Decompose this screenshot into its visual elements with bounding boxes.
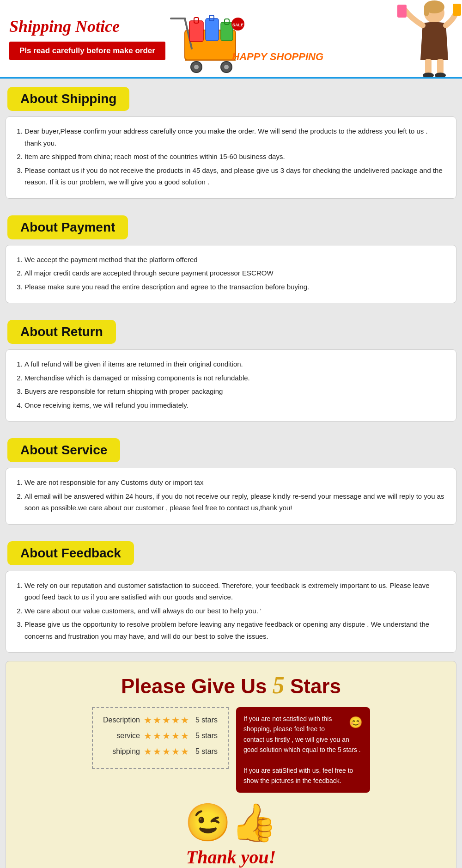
payment-label: About Payment (7, 215, 128, 239)
list-item: All email will be answered within 24 hou… (24, 490, 446, 514)
person-svg (370, 0, 462, 77)
list-item: Dear buyer,Please confirm your address c… (24, 125, 446, 149)
payment-section: About Payment We accept the payment meth… (0, 207, 462, 312)
service-label: About Service (7, 438, 120, 462)
star-icon: ★ (144, 730, 152, 741)
description-count: 5 stars (195, 716, 218, 724)
feedback-section: About Feedback We rely on our reputation… (0, 533, 462, 661)
info-text1: If you are not satisfied with this shopp… (243, 714, 363, 755)
list-item: We accept the payment method that the pl… (24, 254, 446, 266)
return-label: About Return (7, 320, 116, 344)
info-text2: If you are satiSfied with us, feel free … (243, 765, 363, 786)
list-item: Please contact us if you do not receive … (24, 165, 446, 188)
list-item: Once receiving items, we will refund you… (24, 399, 446, 411)
list-item: Please give us the opportunity to resolv… (24, 618, 446, 642)
list-item: We are not responsible for any Customs d… (24, 477, 446, 489)
thankyou-text: Thank you! (15, 846, 447, 868)
service-stars-label: service (103, 732, 140, 740)
list-item: Item are shipped from china; reach most … (24, 151, 446, 163)
service-list: We are not responsible for any Customs d… (16, 477, 446, 514)
stars-five: 5 (273, 672, 285, 698)
list-item: Merchandise which is damaged or missing … (24, 372, 446, 384)
service-content: We are not responsible for any Customs d… (6, 468, 456, 525)
thumbsup-emoji: 😉👍 (15, 801, 447, 844)
svg-text:SALE: SALE (232, 23, 243, 27)
svg-rect-17 (453, 4, 461, 16)
info-box: 😊 If you are not satisfied with this sho… (236, 707, 370, 793)
cart-svg: SALE (166, 5, 245, 74)
header: Shipping Notice Pls read carefully befor… (0, 0, 462, 79)
star-icon: ★ (162, 746, 170, 757)
list-item: Please make sure you read the entire des… (24, 281, 446, 293)
person-illustration (370, 0, 462, 77)
header-left: Shipping Notice Pls read carefully befor… (9, 17, 165, 60)
star-icon: ★ (153, 715, 161, 726)
svg-point-20 (423, 73, 434, 77)
star-icon: ★ (153, 730, 161, 741)
stars-row-description: Description ★ ★ ★ ★ ★ 5 stars (103, 715, 218, 726)
star-icon: ★ (171, 730, 180, 741)
stars-title: Please Give Us 5 Stars (15, 672, 447, 699)
star-icon: ★ (144, 715, 152, 726)
star-icon: ★ (162, 715, 170, 726)
svg-point-3 (194, 65, 199, 69)
shipping-content: Dear buyer,Please confirm your address c… (6, 116, 456, 199)
list-item: We rely on our reputation and customer s… (24, 580, 446, 603)
stars-table: Description ★ ★ ★ ★ ★ 5 stars service ★ … (92, 707, 229, 769)
list-item: All major credit cards are accepted thro… (24, 267, 446, 279)
star-icon: ★ (144, 746, 152, 757)
shipping-label: About Shipping (7, 87, 129, 111)
smiley-icon: 😊 (349, 714, 363, 731)
service-stars: ★ ★ ★ ★ ★ (144, 730, 189, 741)
svg-point-21 (435, 73, 446, 77)
svg-rect-15 (424, 5, 429, 16)
stars-title-part1: Please Give Us (121, 675, 273, 697)
cart-illustration: SALE (166, 5, 245, 74)
page-title: Shipping Notice (9, 17, 165, 36)
list-item: A full refund will be given if items are… (24, 358, 446, 370)
svg-point-4 (224, 65, 229, 69)
stars-row-shipping: shipping ★ ★ ★ ★ ★ 5 stars (103, 746, 218, 757)
return-section: About Return A full refund will be given… (0, 312, 462, 430)
thankyou-area: 😉👍 Thank you! (15, 801, 447, 868)
shipping-list: Dear buyer,Please confirm your address c… (16, 125, 446, 188)
service-section: About Service We are not responsible for… (0, 430, 462, 533)
list-item: We care about our value customers, and w… (24, 605, 446, 617)
svg-rect-5 (189, 21, 203, 42)
star-icon: ★ (162, 730, 170, 741)
stars-row-service: service ★ ★ ★ ★ ★ 5 stars (103, 730, 218, 741)
feedback-label: About Feedback (7, 541, 134, 565)
return-content: A full refund will be given if items are… (6, 349, 456, 422)
svg-rect-16 (397, 5, 407, 18)
stars-section: Please Give Us 5 Stars Description ★ ★ ★… (6, 661, 456, 868)
happy-shopping-label: HAPPY SHOPPING (232, 51, 328, 63)
svg-rect-7 (206, 18, 219, 41)
payment-content: We accept the payment method that the pl… (6, 245, 456, 304)
shipping-section: About Shipping Dear buyer,Please confirm… (0, 79, 462, 207)
star-icon: ★ (153, 746, 161, 757)
star-icon: ★ (181, 730, 189, 741)
shipping-count: 5 stars (195, 747, 218, 756)
service-count: 5 stars (195, 732, 218, 740)
shipping-stars: ★ ★ ★ ★ ★ (144, 746, 189, 757)
feedback-content: We rely on our reputation and customer s… (6, 571, 456, 653)
star-icon: ★ (171, 746, 180, 757)
return-list: A full refund will be given if items are… (16, 358, 446, 411)
star-icon: ★ (181, 746, 189, 757)
payment-list: We accept the payment method that the pl… (16, 254, 446, 293)
description-stars: ★ ★ ★ ★ ★ (144, 715, 189, 726)
header-subtitle: Pls read carefully before make order (9, 42, 165, 60)
feedback-list: We rely on our reputation and customer s… (16, 580, 446, 642)
description-label: Description (103, 716, 140, 724)
shipping-stars-label: shipping (103, 747, 140, 756)
stars-inner: Description ★ ★ ★ ★ ★ 5 stars service ★ … (15, 707, 447, 793)
list-item: Buyers are responsible for return shippi… (24, 385, 446, 397)
stars-title-part2: Stars (285, 675, 341, 697)
star-icon: ★ (171, 715, 180, 726)
star-icon: ★ (181, 715, 189, 726)
